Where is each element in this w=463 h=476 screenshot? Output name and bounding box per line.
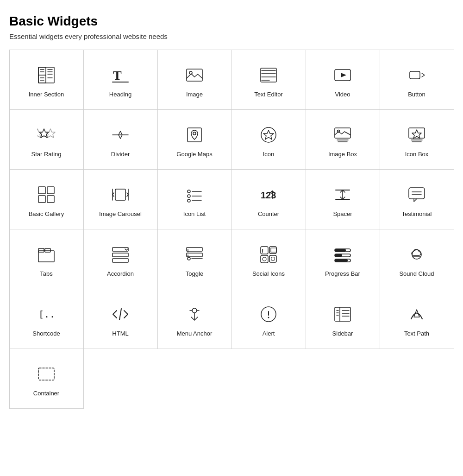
svg-rect-62 xyxy=(38,248,44,252)
widget-label-text-editor: Text Editor xyxy=(254,91,282,99)
widget-item-image-box[interactable]: Image Box xyxy=(306,109,380,170)
svg-marker-76 xyxy=(271,248,276,252)
widget-item-divider[interactable]: Divider xyxy=(83,109,158,170)
widget-item-video[interactable]: Video xyxy=(306,50,380,110)
widget-item-sound-cloud[interactable]: Sound Cloud xyxy=(380,229,454,289)
widget-item-spacer[interactable]: Spacer xyxy=(306,169,380,229)
widget-label-alert: Alert xyxy=(263,330,275,338)
sound-cloud-icon xyxy=(406,243,428,266)
svg-rect-67 xyxy=(187,248,202,251)
page-title: Basic Widgets xyxy=(9,14,454,29)
widget-item-social-icons[interactable]: fSocial Icons xyxy=(232,229,306,289)
svg-line-90 xyxy=(119,309,121,320)
widget-label-menu-anchor: Menu Anchor xyxy=(177,330,213,338)
svg-point-49 xyxy=(188,195,190,197)
svg-rect-68 xyxy=(187,253,202,257)
alert-icon xyxy=(257,303,280,325)
basic-gallery-icon xyxy=(35,184,57,206)
svg-point-97 xyxy=(268,317,269,318)
svg-marker-21 xyxy=(341,73,346,77)
widget-label-container: Container xyxy=(33,390,59,398)
accordion-icon xyxy=(109,243,131,266)
widget-label-toggle: Toggle xyxy=(186,270,203,278)
widget-label-accordion: Accordion xyxy=(107,270,134,278)
svg-text:[...]: [...] xyxy=(38,309,56,320)
widget-label-testimonial: Testimonial xyxy=(401,210,432,218)
svg-point-47 xyxy=(188,190,190,193)
svg-rect-44 xyxy=(115,189,125,200)
svg-text:123: 123 xyxy=(261,190,276,200)
progress-bar-icon xyxy=(332,243,354,266)
widget-item-toggle[interactable]: Toggle xyxy=(157,229,232,289)
widget-label-image-box: Image Box xyxy=(328,151,357,159)
icon-icon xyxy=(257,124,280,146)
widget-item-shortcode[interactable]: [...]Shortcode xyxy=(9,289,84,349)
tabs-icon xyxy=(35,243,57,266)
svg-point-29 xyxy=(193,132,196,135)
widget-item-menu-anchor[interactable]: Menu Anchor xyxy=(157,289,232,349)
svg-text:f: f xyxy=(262,248,263,254)
svg-rect-63 xyxy=(45,248,50,252)
widget-item-text-editor[interactable]: Text Editor xyxy=(232,50,306,110)
widget-label-tabs: Tabs xyxy=(40,270,52,278)
widget-item-testimonial[interactable]: Testimonial xyxy=(380,169,454,229)
widget-item-inner-section[interactable]: Inner Section xyxy=(9,50,84,110)
svg-rect-77 xyxy=(261,255,268,263)
widget-item-image[interactable]: Image xyxy=(157,50,232,110)
widget-label-progress-bar: Progress Bar xyxy=(325,270,360,278)
svg-rect-86 xyxy=(335,259,348,262)
widget-item-sidebar[interactable]: Sidebar xyxy=(306,289,380,349)
widget-label-inner-section: Inner Section xyxy=(29,91,64,99)
svg-rect-41 xyxy=(47,187,54,194)
widget-item-counter[interactable]: 123Counter xyxy=(232,169,306,229)
svg-rect-82 xyxy=(335,249,346,252)
widget-item-icon-list[interactable]: Icon List xyxy=(157,169,232,229)
svg-rect-58 xyxy=(409,188,425,199)
svg-point-71 xyxy=(188,257,190,260)
widget-item-container[interactable]: Container xyxy=(9,349,84,409)
social-icons-icon: f xyxy=(257,243,280,266)
sidebar-icon xyxy=(332,303,354,325)
widget-item-html[interactable]: HTML xyxy=(83,289,158,349)
svg-rect-22 xyxy=(410,71,420,79)
svg-point-33 xyxy=(338,130,340,133)
image-icon xyxy=(183,64,206,86)
svg-rect-43 xyxy=(47,196,54,203)
divider-icon xyxy=(109,124,131,146)
testimonial-icon xyxy=(406,184,428,206)
widget-label-sidebar: Sidebar xyxy=(332,330,353,338)
text-editor-icon xyxy=(257,64,280,86)
svg-rect-75 xyxy=(269,247,276,254)
widget-item-accordion[interactable]: Accordion xyxy=(83,229,158,289)
inner-section-icon xyxy=(35,64,57,86)
svg-point-91 xyxy=(192,308,197,313)
widget-item-tabs[interactable]: Tabs xyxy=(9,229,84,289)
image-box-icon xyxy=(332,124,354,146)
widget-item-heading[interactable]: THeading xyxy=(83,50,158,110)
widget-item-basic-gallery[interactable]: Basic Gallery xyxy=(9,169,84,229)
container-icon xyxy=(35,363,57,385)
shortcode-icon: [...] xyxy=(35,303,57,325)
widget-label-image: Image xyxy=(186,91,203,99)
svg-point-78 xyxy=(263,257,266,261)
svg-marker-31 xyxy=(263,130,274,140)
widget-item-progress-bar[interactable]: Progress Bar xyxy=(306,229,380,289)
widget-label-star-rating: Star Rating xyxy=(31,151,61,159)
menu-anchor-icon xyxy=(183,303,206,325)
icon-box-icon xyxy=(406,124,428,146)
widget-item-star-rating[interactable]: Star Rating xyxy=(9,109,84,170)
google-maps-icon xyxy=(183,124,206,146)
widget-item-image-carousel[interactable]: Image Carousel xyxy=(83,169,158,229)
widget-item-button[interactable]: Button xyxy=(380,50,454,110)
widget-item-text-path[interactable]: Text Path xyxy=(380,289,454,349)
widget-label-counter: Counter xyxy=(258,210,279,218)
svg-point-51 xyxy=(188,199,190,202)
toggle-icon xyxy=(183,243,206,266)
widget-item-alert[interactable]: Alert xyxy=(232,289,306,349)
counter-icon: 123 xyxy=(257,184,280,206)
widget-item-google-maps[interactable]: Google Maps xyxy=(157,109,232,170)
widget-item-icon[interactable]: Icon xyxy=(232,109,306,170)
icon-list-icon xyxy=(183,184,206,206)
widget-label-social-icons: Social Icons xyxy=(252,270,285,278)
widget-item-icon-box[interactable]: Icon Box xyxy=(380,109,454,170)
